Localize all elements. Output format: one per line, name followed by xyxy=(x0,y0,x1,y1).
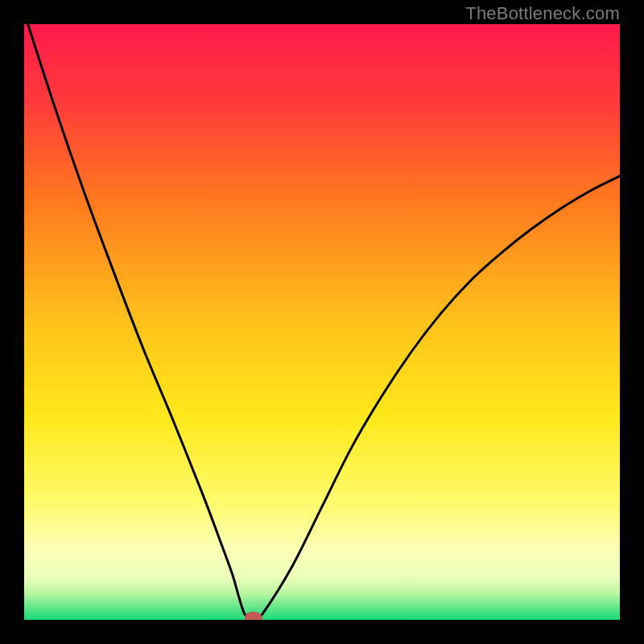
plot-area xyxy=(24,24,620,620)
watermark-text: TheBottleneck.com xyxy=(465,3,620,24)
chart-svg xyxy=(24,24,620,620)
gradient-background xyxy=(24,24,620,620)
chart-frame: TheBottleneck.com xyxy=(0,0,644,644)
